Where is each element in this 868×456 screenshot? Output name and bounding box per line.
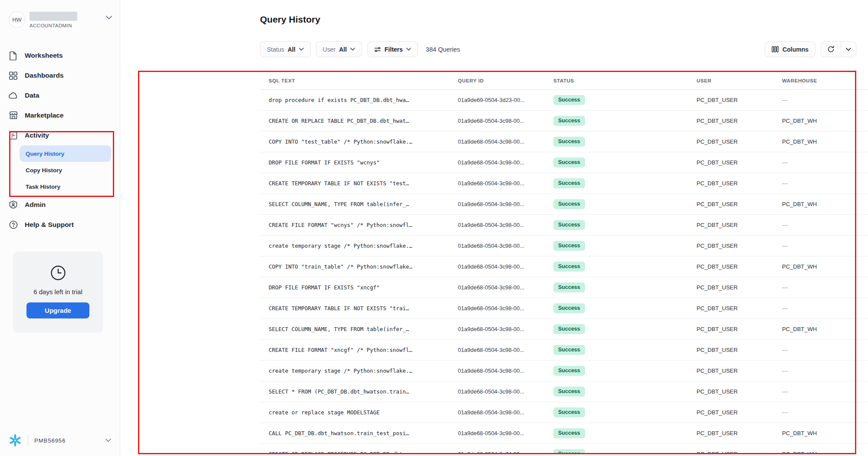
table-row[interactable]: CREATE FILE FORMAT "wcnys" /* Python:sno…: [260, 215, 868, 236]
storefront-icon: [9, 111, 18, 120]
page-title: Query History: [260, 14, 320, 25]
table-row[interactable]: CREATE TEMPORARY TABLE IF NOT EXISTS "te…: [260, 173, 868, 194]
table-row[interactable]: CREATE TEMPORARY TABLE IF NOT EXISTS "tr…: [260, 298, 868, 319]
table-row[interactable]: CREATE FILE FORMAT "xncgf" /* Python:sno…: [260, 340, 868, 361]
user-cell: PC_DBT_USER: [688, 201, 773, 207]
sidebar-item-help-support[interactable]: Help & Support: [0, 215, 120, 235]
warehouse-cell: PC_DBT_WH: [773, 430, 862, 436]
user-cell: PC_DBT_USER: [688, 284, 773, 291]
sql-text-cell: COPY INTO "test_table" /* Python:snowfla…: [260, 138, 449, 145]
filters-dropdown[interactable]: Filters: [367, 41, 418, 57]
sql-text-cell: create or replace stage MODELSTAGE: [260, 409, 449, 416]
query-id-cell: 01a9de68-0504-3c98-00...: [449, 326, 545, 332]
status-cell: Success: [545, 220, 688, 230]
main-content: Query History Status All User All Filter…: [120, 0, 868, 456]
column-header-warehouse[interactable]: WAREHOUSE: [773, 78, 862, 83]
columns-button[interactable]: Columns: [765, 41, 815, 57]
clock-icon: [50, 265, 66, 281]
table-row[interactable]: SELECT COLUMN_NAME, TYPE FROM table(infe…: [260, 319, 868, 340]
warehouse-cell: —: [773, 97, 862, 103]
table-row[interactable]: create temporary stage /* Python:snowfla…: [260, 236, 868, 256]
table-row[interactable]: SELECT * FROM (PC_DBT_DB.dbt_hwatson.tra…: [260, 381, 868, 402]
sidebar-item-label: Help & Support: [25, 221, 74, 229]
chevron-down-icon[interactable]: [105, 439, 111, 442]
sql-text-cell: CREATE OR REPLACE TABLE PC_DBT_DB.dbt_hw…: [260, 118, 449, 124]
sidebar-item-dashboards[interactable]: Dashboards: [0, 66, 120, 85]
status-badge: Success: [553, 324, 585, 334]
warehouse-cell: PC_DBT_WH: [773, 118, 862, 124]
table-row[interactable]: CREATE OR REPLACE PROCEDURE PC_DBT_DB.db…: [260, 444, 868, 453]
sidebar-footer: PMB56956: [0, 425, 120, 456]
sidebar-item-activity[interactable]: Activity: [0, 125, 120, 145]
query-id-cell: 01a9de68-0504-3c98-00...: [449, 159, 545, 166]
warehouse-cell: PC_DBT_WH: [773, 326, 862, 332]
refresh-split-button: [821, 41, 856, 57]
table-row[interactable]: create temporary stage /* Python:snowfla…: [260, 361, 868, 381]
refresh-icon: [827, 46, 835, 53]
table-row[interactable]: DROP FILE FORMAT IF EXISTS "wcnys"01a9de…: [260, 152, 868, 173]
duration-cell: 49ms: [862, 347, 868, 353]
table-row[interactable]: CALL PC_DBT_DB.dbt_hwatson.train_test_po…: [260, 423, 868, 444]
table-row[interactable]: DROP FILE FORMAT IF EXISTS "xncgf"01a9de…: [260, 277, 868, 298]
user-cell: PC_DBT_USER: [688, 347, 773, 353]
sidebar-item-worksheets[interactable]: Worksheets: [0, 46, 120, 66]
chevron-down-icon: [106, 16, 112, 20]
user-cell: PC_DBT_USER: [688, 97, 773, 103]
column-header-duration[interactable]: DURATION: [862, 78, 868, 83]
duration-cell: 760ms: [862, 138, 868, 145]
query-id-cell: 01a9de68-0504-3c98-00...: [449, 180, 545, 187]
sql-text-cell: DROP FILE FORMAT IF EXISTS "xncgf": [260, 284, 449, 291]
status-cell: Success: [545, 95, 688, 105]
upgrade-button[interactable]: Upgrade: [26, 302, 89, 318]
refresh-button[interactable]: [821, 42, 841, 57]
account-switcher[interactable]: HW ACCOUNTADMIN: [0, 0, 120, 28]
status-cell: Success: [545, 387, 688, 397]
avatar: HW: [9, 11, 25, 28]
sidebar-item-query-history[interactable]: Query History: [20, 145, 111, 162]
refresh-options-button[interactable]: [841, 42, 856, 57]
table-header-row: SQL TEXT QUERY ID STATUS USER WAREHOUSE …: [260, 72, 868, 90]
table-row[interactable]: COPY INTO "train_table" /* Python:snowfl…: [260, 256, 868, 277]
duration-cell: 112ms: [862, 180, 868, 187]
sliders-icon: [374, 46, 381, 52]
table-row[interactable]: drop procedure if exists PC_DBT_DB.dbt_h…: [260, 90, 868, 111]
query-id-cell: 01a9de68-0504-3c98-00...: [449, 243, 545, 249]
duration-cell: 73ms: [862, 367, 868, 374]
user-filter-dropdown[interactable]: User All: [316, 41, 362, 57]
sql-text-cell: SELECT COLUMN_NAME, TYPE FROM table(infe…: [260, 326, 449, 332]
chevron-down-icon: [406, 48, 411, 51]
warehouse-cell: PC_DBT_WH: [773, 451, 862, 453]
table-row[interactable]: create or replace stage MODELSTAGE01a9de…: [260, 402, 868, 423]
column-header-status[interactable]: STATUS: [545, 78, 688, 83]
table-row[interactable]: SELECT COLUMN_NAME, TYPE FROM table(infe…: [260, 194, 868, 215]
sql-text-cell: CALL PC_DBT_DB.dbt_hwatson.train_test_po…: [260, 430, 449, 436]
status-badge: Success: [553, 95, 585, 105]
status-filter-dropdown[interactable]: Status All: [260, 41, 311, 57]
status-cell: Success: [545, 366, 688, 376]
user-cell: PC_DBT_USER: [688, 430, 773, 436]
column-header-sql-text[interactable]: SQL TEXT: [260, 78, 449, 83]
divider: [28, 435, 28, 446]
status-badge: Success: [553, 116, 585, 126]
table-row[interactable]: CREATE OR REPLACE TABLE PC_DBT_DB.dbt_hw…: [260, 111, 868, 131]
trial-card: 6 days left in trial Upgrade: [13, 252, 103, 333]
table-row[interactable]: COPY INTO "test_table" /* Python:snowfla…: [260, 131, 868, 152]
sidebar-item-copy-history[interactable]: Copy History: [20, 162, 111, 178]
status-badge: Success: [553, 449, 585, 453]
sidebar-item-marketplace[interactable]: Marketplace: [0, 105, 120, 125]
sidebar-item-admin[interactable]: Admin: [0, 195, 120, 215]
trial-days-left: 6 days left in trial: [13, 288, 103, 295]
help-icon: [9, 220, 18, 230]
warehouse-cell: —: [773, 243, 862, 249]
query-id-cell: 01a9de68-0504-3c98-00...: [449, 305, 545, 312]
sidebar-item-label: Marketplace: [25, 112, 64, 119]
duration-cell: 43ms: [862, 284, 868, 291]
sidebar-item-data[interactable]: Data: [0, 85, 120, 105]
status-badge: Success: [553, 303, 585, 313]
duration-cell: 571ms: [862, 118, 868, 124]
sidebar-nav: Worksheets Dashboards Data Marketplace: [0, 46, 120, 235]
warehouse-cell: —: [773, 284, 862, 291]
sidebar-item-task-history[interactable]: Task History: [20, 178, 111, 195]
column-header-query-id[interactable]: QUERY ID: [449, 78, 545, 83]
column-header-user[interactable]: USER: [688, 78, 773, 83]
